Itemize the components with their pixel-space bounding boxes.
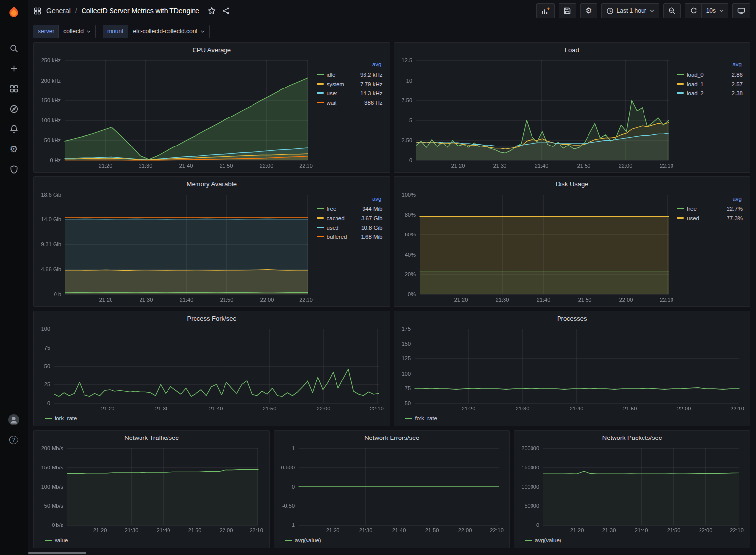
legend-item[interactable]: avg(value) xyxy=(525,537,561,543)
legend-series-name: load_2 xyxy=(687,90,729,96)
chart-canvas[interactable] xyxy=(398,325,746,413)
processes-chart[interactable] xyxy=(398,325,746,413)
panel-title[interactable]: Network Packets/sec xyxy=(514,431,750,444)
star-icon xyxy=(208,7,216,15)
variable-label: server xyxy=(33,25,58,38)
legend-item[interactable]: used10.8 Gib xyxy=(317,223,383,232)
legend-item[interactable]: load_02.86 xyxy=(677,70,743,79)
zoom-out-button[interactable] xyxy=(663,3,681,18)
chart-canvas[interactable] xyxy=(518,444,746,535)
breadcrumb-section[interactable]: General xyxy=(46,7,71,15)
refresh-button[interactable] xyxy=(685,3,701,18)
chart-canvas[interactable] xyxy=(398,191,675,304)
sidebar-item-create[interactable] xyxy=(8,62,20,74)
chevron-down-icon xyxy=(201,30,205,33)
legend-item[interactable]: value xyxy=(45,537,68,543)
legend-series-value: 1.68 Mib xyxy=(361,234,382,240)
refresh-interval-dropdown[interactable]: 10s xyxy=(701,3,728,18)
plus-icon xyxy=(9,64,19,73)
dashboard-settings-button[interactable]: ⚙ xyxy=(580,3,597,18)
memory-available-chart[interactable] xyxy=(38,191,315,304)
save-dashboard-button[interactable] xyxy=(559,3,576,18)
help-icon: ? xyxy=(9,436,18,444)
legend-item[interactable]: load_12.57 xyxy=(677,79,743,88)
share-dashboard-button[interactable] xyxy=(221,6,231,16)
sidebar-item-alerting[interactable] xyxy=(8,123,20,135)
time-range-label: Last 1 hour xyxy=(617,7,646,14)
cycle-view-mode-button[interactable] xyxy=(732,3,750,18)
chart-canvas[interactable] xyxy=(38,444,265,535)
gear-icon: ⚙ xyxy=(9,145,18,154)
user-avatar[interactable] xyxy=(8,414,20,426)
legend-header[interactable]: avg xyxy=(677,196,743,204)
sidebar-item-search[interactable] xyxy=(8,42,20,54)
variable-mount-dropdown[interactable]: etc-collectd-collectd.conf xyxy=(128,25,209,38)
monitor-icon xyxy=(737,7,745,15)
legend-item[interactable]: fork_rate xyxy=(405,415,437,421)
cpu-average-chart[interactable] xyxy=(38,57,315,170)
sidebar-item-dashboards[interactable] xyxy=(8,83,20,94)
legend-item[interactable]: used77.3% xyxy=(677,213,743,223)
share-icon xyxy=(222,7,230,15)
process-fork-chart[interactable] xyxy=(38,325,386,413)
grafana-logo[interactable] xyxy=(5,4,22,21)
add-panel-button[interactable] xyxy=(536,3,555,18)
panel-title[interactable]: Load xyxy=(394,43,750,57)
star-dashboard-button[interactable] xyxy=(207,6,217,16)
series-color-swatch xyxy=(317,92,324,94)
panel-title[interactable]: CPU Average xyxy=(34,43,390,57)
legend-item[interactable]: system7.79 kHz xyxy=(317,79,383,88)
legend-item[interactable]: buffered1.68 Mib xyxy=(317,232,383,241)
legend-item[interactable]: free22.7% xyxy=(677,204,743,213)
legend-header[interactable]: avg xyxy=(677,61,743,70)
chart-canvas[interactable] xyxy=(278,444,505,535)
legend-item[interactable]: avg(value) xyxy=(285,537,321,543)
legend-header[interactable]: avg xyxy=(317,61,383,70)
network-traffic-chart[interactable] xyxy=(38,444,265,535)
legend-header[interactable]: avg xyxy=(317,196,383,204)
series-color-swatch xyxy=(525,540,532,541)
chart-canvas[interactable] xyxy=(398,57,675,170)
legend-item[interactable]: fork_rate xyxy=(45,415,77,421)
legend-item[interactable]: wait386 Hz xyxy=(317,98,383,107)
grafana-flame-icon xyxy=(6,5,21,20)
panel-title[interactable]: Processes xyxy=(394,311,750,325)
legend-series-value: 7.79 kHz xyxy=(360,81,382,87)
legend-series-name: cached xyxy=(327,215,359,221)
sidebar-item-help[interactable]: ? xyxy=(8,434,20,446)
legend-item[interactable]: cached3.67 Gib xyxy=(317,213,383,223)
legend-series-name: load_0 xyxy=(687,72,729,78)
chart-canvas[interactable] xyxy=(38,325,386,413)
panel-title[interactable]: Disk Usage xyxy=(394,177,750,191)
load-chart[interactable] xyxy=(398,57,675,170)
legend-item[interactable]: idle96.2 kHz xyxy=(317,70,383,79)
network-errors-chart[interactable] xyxy=(278,444,505,535)
panel-title[interactable]: Memory Available xyxy=(34,177,390,191)
legend-item[interactable]: free344 Mib xyxy=(317,204,383,213)
panel-title[interactable]: Network Errors/sec xyxy=(274,431,509,444)
network-packets-chart[interactable] xyxy=(518,444,746,535)
legend-item[interactable]: user14.3 kHz xyxy=(317,88,383,98)
chart-canvas[interactable] xyxy=(38,57,315,170)
variable-server-dropdown[interactable]: collectd xyxy=(58,25,96,38)
sidebar-item-explore[interactable] xyxy=(8,103,20,115)
panel-network-packets: Network Packets/sec avg(value) xyxy=(514,430,750,548)
panel-title[interactable]: Network Traffic/sec xyxy=(34,431,269,444)
time-range-picker[interactable]: Last 1 hour xyxy=(601,3,659,18)
panel-process-fork: Process Fork/sec fork_rate xyxy=(33,311,390,426)
legend-series-value: 22.7% xyxy=(727,206,743,212)
panel-title[interactable]: Process Fork/sec xyxy=(34,311,390,325)
disk-usage-chart[interactable] xyxy=(398,191,675,304)
series-color-swatch xyxy=(677,92,684,94)
load-legend: avgload_02.86load_12.57load_22.38 xyxy=(675,57,746,170)
dashboard-grid: CPU Average avgidle96.2 kHzsystem7.79 kH… xyxy=(28,41,756,555)
chart-canvas[interactable] xyxy=(38,191,315,304)
legend-item[interactable]: load_22.38 xyxy=(677,88,743,98)
variable-value: etc-collectd-collectd.conf xyxy=(133,28,197,35)
search-icon xyxy=(9,44,19,53)
sidebar-item-configuration[interactable]: ⚙ xyxy=(8,143,20,155)
horizontal-scrollbar[interactable] xyxy=(28,552,86,554)
sidebar-item-server-admin[interactable] xyxy=(8,163,20,175)
shield-icon xyxy=(9,165,19,174)
panel-cpu-average: CPU Average avgidle96.2 kHzsystem7.79 kH… xyxy=(33,42,390,173)
